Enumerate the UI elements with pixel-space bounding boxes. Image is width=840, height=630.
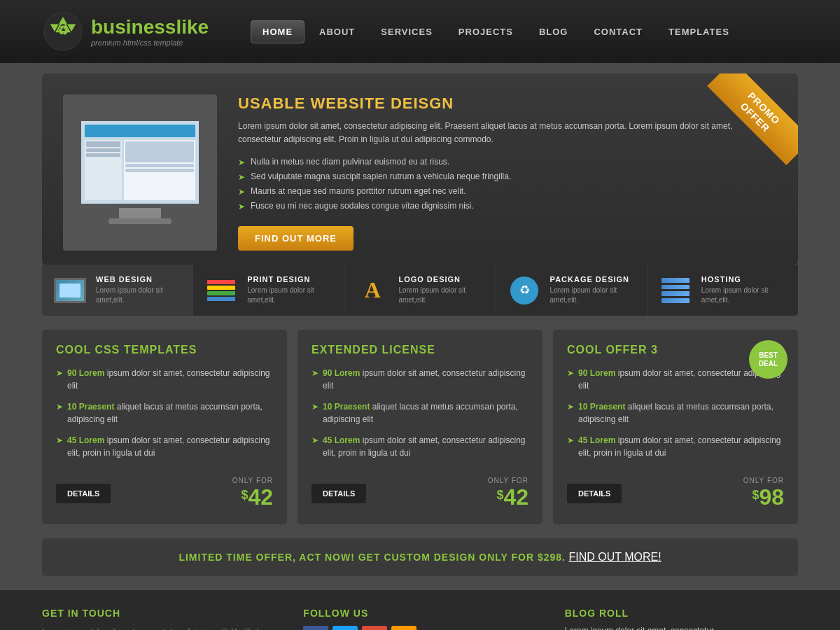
- web-design-desc: Lorem ipsum dolor sit amet,elit.: [96, 286, 182, 305]
- service-package-design[interactable]: ♻ PACKAGE DESIGN Lorem ipsum dolor sit a…: [496, 265, 648, 316]
- price-value-2: $42: [488, 484, 528, 510]
- pricing-item-3-2: ➤ 10 Praesent aliquet lacus at metus acc…: [567, 400, 784, 426]
- bullet-2: ➤ Sed vulputate magna suscipit sapien ru…: [238, 172, 777, 182]
- service-print-design[interactable]: PRINT DESIGN Lorem ipsum dolor sit amet,…: [193, 265, 344, 316]
- service-hosting[interactable]: HOSTING Lorem ipsum dolor sit amet,elit.: [648, 265, 798, 316]
- logo-text: businesslike premium html/css template: [91, 16, 209, 47]
- web-design-title: WEB DESIGN: [96, 275, 182, 284]
- logo-design-icon: A: [355, 276, 390, 304]
- pricing-item-3-3: ➤ 45 Lorem ipsum dolor sit amet, consect…: [567, 434, 784, 459]
- twitter-icon[interactable]: t: [332, 626, 358, 630]
- pricing-item-1-1: ➤ 90 Lorem ipsum dolor sit amet, consect…: [56, 367, 273, 392]
- pricing-footer-3: DETAILS ONLY FOR $98: [567, 470, 784, 510]
- print-design-title: PRINT DESIGN: [247, 275, 333, 284]
- svg-text:♻: ♻: [519, 284, 529, 297]
- rss-icon[interactable]: rss: [391, 626, 416, 630]
- logo-design-desc: Lorem ipsum dolor sit amet,elit.: [398, 286, 484, 305]
- price-area-1: ONLY FOR $42: [232, 477, 273, 510]
- bullet-4: ➤ Fusce eu mi nec augue sodales congue v…: [238, 201, 777, 211]
- pricing-item-2-1: ➤ 90 Lorem ipsum dolor sit amet, consect…: [312, 367, 528, 392]
- pricing-title-2: EXTENDED LICENSE: [312, 344, 528, 356]
- arrow-icon: ➤: [56, 400, 63, 413]
- hosting-text: HOSTING Lorem ipsum dolor sit amet,elit.: [701, 275, 788, 305]
- arrow-icon: ➤: [56, 367, 63, 379]
- hero-bullets: ➤ Nulla in metus nec diam pulvinar euism…: [238, 157, 777, 211]
- pricing-title-1: COOL CSS TEMPLATES: [56, 344, 273, 356]
- web-design-icon: [52, 276, 88, 304]
- footer-get-in-touch-text: Lorem ipsum dolor sit amet, consectetur …: [42, 626, 275, 630]
- best-deal-badge: BEST DEAL: [749, 340, 788, 379]
- logo-tagline: premium html/css template: [91, 38, 209, 47]
- limited-offer-text: LIMITED TIME OFFER, ACT NOW! GET CUSTOM …: [178, 552, 566, 563]
- limited-offer-link[interactable]: FIND OUT MORE!: [568, 551, 661, 563]
- services-row: WEB DESIGN Lorem ipsum dolor sit amet,el…: [42, 265, 798, 316]
- pricing-card-1: COOL CSS TEMPLATES ➤ 90 Lorem ipsum dolo…: [42, 330, 287, 524]
- bullet-arrow-icon: ➤: [238, 172, 245, 182]
- header: ♻ businesslike premium html/css template…: [0, 0, 840, 63]
- print-design-text: PRINT DESIGN Lorem ipsum dolor sit amet,…: [247, 275, 333, 305]
- details-button-3[interactable]: DETAILS: [567, 484, 622, 503]
- details-button-1[interactable]: DETAILS: [56, 484, 111, 503]
- promo-ribbon: PROMO OFFER: [700, 74, 798, 172]
- hero-image: [63, 94, 217, 251]
- service-web-design[interactable]: WEB DESIGN Lorem ipsum dolor sit amet,el…: [42, 265, 193, 316]
- bullet-arrow-icon: ➤: [238, 158, 245, 167]
- hero-description: Lorem ipsum dolor sit amet, consectetur …: [238, 120, 777, 146]
- logo-name-part1: business: [91, 16, 176, 38]
- googleplus-icon[interactable]: g+: [362, 626, 387, 630]
- nav-home[interactable]: HOME: [251, 20, 304, 43]
- footer-follow-us: FOLLOW US f t g+ rss: [303, 608, 536, 630]
- arrow-icon: ➤: [567, 400, 574, 413]
- logo-design-title: LOGO DESIGN: [398, 275, 484, 284]
- price-area-2: ONLY FOR $42: [488, 477, 528, 510]
- price-value-1: $42: [232, 484, 273, 510]
- arrow-icon: ➤: [312, 367, 318, 379]
- limited-offer-banner: LIMITED TIME OFFER, ACT NOW! GET CUSTOM …: [42, 538, 798, 576]
- pricing-item-2-2: ➤ 10 Praesent aliquet lacus at metus acc…: [312, 400, 528, 426]
- footer-get-in-touch-title: GET IN TOUCH: [42, 608, 275, 619]
- package-design-desc: Lorem ipsum dolor sit amet,elit.: [550, 286, 636, 305]
- hero-cta-button[interactable]: FIND OUT MORE: [238, 226, 354, 251]
- pricing-item-1-2: ➤ 10 Praesent aliquet lacus at metus acc…: [56, 400, 273, 426]
- pricing-footer-1: DETAILS ONLY FOR $42: [56, 470, 273, 510]
- nav: HOME ABOUT SERVICES PROJECTS BLOG CONTAC…: [251, 20, 741, 43]
- print-design-desc: Lorem ipsum dolor sit amet,elit.: [247, 286, 333, 305]
- hero-content: USABLE WEBSITE DEISGN Lorem ipsum dolor …: [238, 94, 777, 251]
- nav-about[interactable]: ABOUT: [308, 21, 366, 43]
- blog-roll-item: Lorem ipsum dolor sit amet, consectetur …: [565, 626, 798, 630]
- only-for-label-3: ONLY FOR: [743, 477, 784, 484]
- footer-blog-roll-title: BLOG ROLL: [565, 608, 798, 619]
- print-design-icon: [204, 276, 239, 304]
- nav-templates[interactable]: TEMPLATES: [657, 21, 741, 43]
- pricing-item-1-3: ➤ 45 Lorem ipsum dolor sit amet, consect…: [56, 434, 273, 459]
- nav-services[interactable]: SERVICES: [370, 21, 444, 43]
- footer-follow-us-title: FOLLOW US: [303, 608, 536, 619]
- nav-blog[interactable]: BLOG: [528, 21, 580, 43]
- pricing-section: COOL CSS TEMPLATES ➤ 90 Lorem ipsum dolo…: [42, 330, 798, 524]
- service-logo-design[interactable]: A LOGO DESIGN Lorem ipsum dolor sit amet…: [344, 265, 496, 316]
- footer-blog-roll: BLOG ROLL Lorem ipsum dolor sit amet, co…: [565, 608, 798, 630]
- pricing-card-3: BEST DEAL COOL OFFER 3 ➤ 90 Lorem ipsum …: [553, 330, 798, 524]
- bullet-3: ➤ Mauris at neque sed mauris porttitor r…: [238, 186, 777, 197]
- price-area-3: ONLY FOR $98: [743, 477, 784, 510]
- hosting-title: HOSTING: [701, 275, 788, 284]
- facebook-icon[interactable]: f: [303, 626, 328, 630]
- logo-area: ♻ businesslike premium html/css template: [42, 10, 209, 52]
- logo-name: businesslike: [91, 16, 209, 38]
- hero-section: USABLE WEBSITE DEISGN Lorem ipsum dolor …: [42, 74, 798, 265]
- hero-title: USABLE WEBSITE DEISGN: [238, 94, 777, 113]
- nav-contact[interactable]: CONTACT: [582, 21, 654, 43]
- web-design-text: WEB DESIGN Lorem ipsum dolor sit amet,el…: [96, 275, 182, 305]
- monitor-screen: [77, 117, 203, 208]
- hosting-desc: Lorem ipsum dolor sit amet,elit.: [701, 286, 788, 305]
- arrow-icon: ➤: [567, 434, 574, 447]
- bullet-arrow-icon: ➤: [238, 202, 245, 211]
- logo-icon: ♻: [42, 10, 84, 52]
- blog-roll-link[interactable]: Lorem ipsum dolor sit amet, consectetur: [565, 626, 798, 630]
- package-design-icon: ♻: [507, 276, 542, 304]
- details-button-2[interactable]: DETAILS: [312, 484, 366, 503]
- pricing-footer-2: DETAILS ONLY FOR $42: [312, 470, 528, 510]
- hosting-icon: [658, 276, 693, 304]
- nav-projects[interactable]: PROJECTS: [447, 21, 524, 43]
- monitor-illustration: [70, 117, 210, 229]
